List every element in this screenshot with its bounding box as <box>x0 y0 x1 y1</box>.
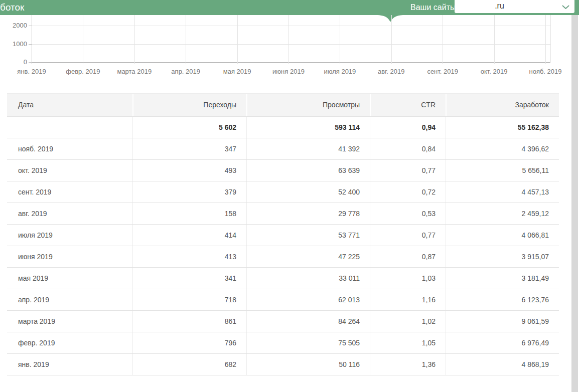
app-header: боток Ваши сайты: .ru <box>0 0 579 15</box>
gridline-vertical <box>83 15 83 64</box>
table-row: нояб. 201934741 3920,844 396,62 <box>7 138 559 160</box>
gridline-vertical <box>443 15 443 64</box>
gridline-horizontal <box>32 62 550 63</box>
gridline-vertical <box>288 15 289 64</box>
table-cell-1: 158 <box>132 203 246 224</box>
chevron-down-icon <box>562 5 569 10</box>
gridline-vertical <box>340 15 340 64</box>
gridline-vertical <box>391 15 392 64</box>
table-cell-3: 0,87 <box>370 246 446 267</box>
table-cell-2: 50 116 <box>246 354 370 375</box>
table-totals-row: 5 602593 1140,9455 162,38 <box>7 117 559 138</box>
table-cell-1: 414 <box>132 225 246 246</box>
vertical-scrollbar[interactable] <box>571 15 578 392</box>
table-cell-2: 52 400 <box>246 181 370 203</box>
table-cell-0: янв. 2019 <box>7 354 132 375</box>
table-cell-0: апр. 2019 <box>7 289 132 310</box>
x-axis-label: июля 2019 <box>314 68 366 76</box>
table-cell-3: 0,84 <box>370 138 446 159</box>
table-cell-4: 2 459,12 <box>446 203 559 224</box>
column-header-4: Заработок <box>446 94 559 116</box>
site-selector-value: .ru <box>455 0 574 15</box>
table-cell-0: нояб. 2019 <box>7 138 132 159</box>
table-cell-1: 861 <box>132 311 246 332</box>
plot-right-border <box>550 15 551 62</box>
column-header-1: Переходы <box>132 94 246 116</box>
table-row: мая 201934133 0111,033 181,49 <box>7 268 559 289</box>
table-cell-4: 4 396,62 <box>446 138 559 159</box>
table-cell-4: 3 181,49 <box>446 268 559 289</box>
gridline-vertical <box>237 15 238 64</box>
table-cell-2: 41 392 <box>246 138 370 159</box>
table-cell-3: 1,02 <box>370 311 446 332</box>
table-row: окт. 201949363 6390,775 656,11 <box>7 160 559 181</box>
table-cell-0: июня 2019 <box>7 246 132 267</box>
table-cell-1: 796 <box>132 332 246 353</box>
x-axis-label: авг. 2019 <box>365 68 417 76</box>
totals-cell-1: 5 602 <box>132 117 246 138</box>
table-cell-4: 3 915,07 <box>446 246 559 267</box>
y-axis-line <box>32 15 32 64</box>
column-header-3: CTR <box>370 94 446 116</box>
table-cell-0: сент. 2019 <box>7 181 132 203</box>
sites-label: Ваши сайты: <box>410 0 458 15</box>
totals-cell-2: 593 114 <box>246 117 370 138</box>
table-cell-1: 718 <box>132 289 246 310</box>
gridline-horizontal <box>32 44 550 45</box>
table-cell-2: 84 264 <box>246 311 370 332</box>
column-header-2: Просмотры <box>246 94 370 116</box>
table-header-row: ДатаПереходыПросмотрыCTRЗаработок <box>7 93 559 117</box>
table-cell-2: 47 225 <box>246 246 370 267</box>
table-cell-2: 62 013 <box>246 289 370 310</box>
x-axis-label: сент. 2019 <box>416 68 469 76</box>
x-axis-label: янв. 2019 <box>6 68 58 76</box>
page-title-partial: боток <box>0 1 24 14</box>
gridline-horizontal <box>32 26 550 26</box>
table-cell-2: 53 771 <box>246 225 370 246</box>
table-row: марта 201986184 2641,029 061,59 <box>7 311 559 332</box>
x-axis-label: февр. 2019 <box>57 68 109 76</box>
table-cell-2: 75 505 <box>246 332 370 353</box>
table-cell-0: окт. 2019 <box>7 160 132 181</box>
table-row: июля 201941453 7710,774 066,81 <box>7 225 559 246</box>
site-selector[interactable]: .ru <box>455 0 574 13</box>
page: боток Ваши сайты: .ru 200010000янв. 2019… <box>0 0 579 392</box>
table-row: сент. 201937952 4000,724 457,13 <box>7 181 559 203</box>
table-cell-2: 63 639 <box>246 160 370 181</box>
table-cell-0: февр. 2019 <box>7 332 132 353</box>
table-cell-1: 347 <box>132 138 246 159</box>
stats-table: ДатаПереходыПросмотрыCTRЗаработок 5 6025… <box>7 93 559 375</box>
table-cell-4: 9 061,59 <box>446 311 559 332</box>
totals-cell-3: 0,94 <box>370 117 446 138</box>
x-axis-label: апр. 2019 <box>160 68 212 76</box>
table-cell-3: 1,05 <box>370 332 446 353</box>
y-axis-label: 0 <box>0 58 27 66</box>
x-axis-label: марта 2019 <box>108 68 161 76</box>
table-row: февр. 201979675 5051,056 976,49 <box>7 332 559 354</box>
gridline-vertical <box>186 15 186 64</box>
table-cell-3: 1,03 <box>370 268 446 289</box>
totals-cell-4: 55 162,38 <box>446 117 559 138</box>
table-cell-3: 0,77 <box>370 160 446 181</box>
table-row: апр. 201971862 0131,166 123,76 <box>7 289 559 311</box>
gridline-vertical <box>134 15 135 64</box>
y-axis-label: 2000 <box>0 22 27 30</box>
table-cell-0: июля 2019 <box>7 225 132 246</box>
table-cell-1: 379 <box>132 181 246 203</box>
table-row: янв. 201968250 1161,364 868,19 <box>7 354 559 375</box>
totals-cell-0 <box>7 117 132 138</box>
x-axis-label: окт. 2019 <box>468 68 520 76</box>
table-cell-1: 682 <box>132 354 246 375</box>
x-axis-label: нояб. 2019 <box>519 68 571 76</box>
earnings-chart: 200010000янв. 2019февр. 2019марта 2019ап… <box>0 15 579 79</box>
table-cell-0: марта 2019 <box>7 311 132 332</box>
table-cell-4: 4 457,13 <box>446 181 559 203</box>
table-cell-1: 493 <box>132 160 246 181</box>
column-header-0: Дата <box>7 94 132 116</box>
table-cell-4: 6 976,49 <box>446 332 559 353</box>
table-body: нояб. 201934741 3920,844 396,62окт. 2019… <box>7 138 559 375</box>
table-cell-3: 0,72 <box>370 181 446 203</box>
table-cell-2: 33 011 <box>246 268 370 289</box>
table-cell-0: авг. 2019 <box>7 203 132 224</box>
table-cell-4: 5 656,11 <box>446 160 559 181</box>
